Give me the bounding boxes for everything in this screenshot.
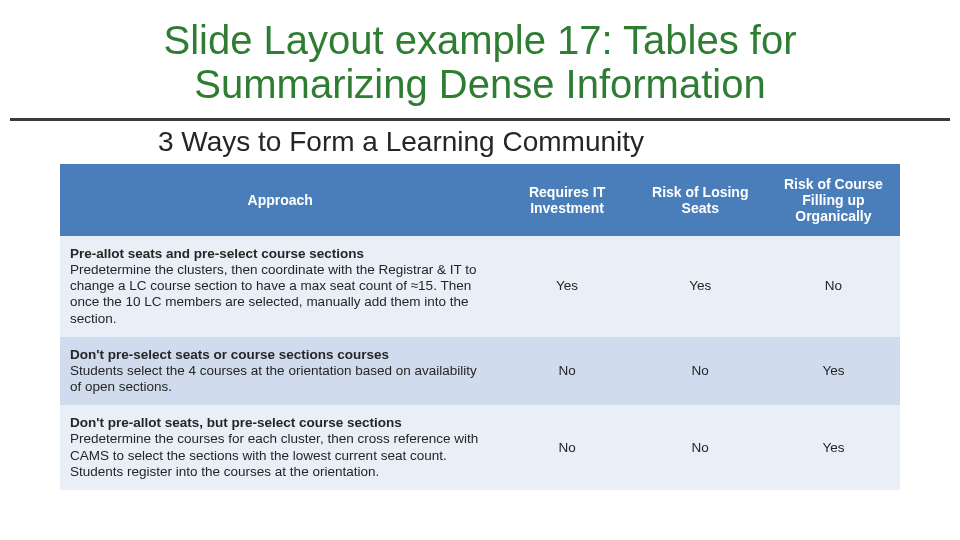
slide: Slide Layout example 17: Tables for Summ… — [0, 18, 960, 540]
cell-losing-seats: No — [634, 405, 767, 490]
table-container: Approach Requires IT Investment Risk of … — [60, 164, 900, 490]
cell-filling-up: Yes — [767, 405, 900, 490]
cell-it: No — [501, 337, 634, 406]
table-row: Pre-allot seats and pre-select course se… — [60, 236, 900, 337]
cell-approach: Don't pre-select seats or course section… — [60, 337, 501, 406]
cell-filling-up: No — [767, 236, 900, 337]
comparison-table: Approach Requires IT Investment Risk of … — [60, 164, 900, 490]
approach-body: Students select the 4 courses at the ori… — [70, 363, 491, 395]
col-header-it: Requires IT Investment — [501, 164, 634, 236]
col-header-losing-seats: Risk of Losing Seats — [634, 164, 767, 236]
cell-filling-up: Yes — [767, 337, 900, 406]
approach-heading: Don't pre-select seats or course section… — [70, 347, 491, 363]
cell-it: No — [501, 405, 634, 490]
col-header-filling-up: Risk of Course Filling up Organically — [767, 164, 900, 236]
table-row: Don't pre-allot seats, but pre-select co… — [60, 405, 900, 490]
cell-approach: Don't pre-allot seats, but pre-select co… — [60, 405, 501, 490]
approach-heading: Don't pre-allot seats, but pre-select co… — [70, 415, 491, 431]
cell-losing-seats: No — [634, 337, 767, 406]
slide-subtitle: 3 Ways to Form a Learning Community — [158, 127, 960, 158]
cell-approach: Pre-allot seats and pre-select course se… — [60, 236, 501, 337]
approach-body: Predetermine the clusters, then coordina… — [70, 262, 491, 327]
table-row: Don't pre-select seats or course section… — [60, 337, 900, 406]
approach-heading: Pre-allot seats and pre-select course se… — [70, 246, 491, 262]
title-underline-wrap — [0, 112, 960, 121]
approach-body: Predetermine the courses for each cluste… — [70, 431, 491, 480]
col-header-approach: Approach — [60, 164, 501, 236]
cell-it: Yes — [501, 236, 634, 337]
table-header-row: Approach Requires IT Investment Risk of … — [60, 164, 900, 236]
slide-title: Slide Layout example 17: Tables for Summ… — [60, 18, 900, 106]
title-underline — [10, 118, 950, 121]
cell-losing-seats: Yes — [634, 236, 767, 337]
